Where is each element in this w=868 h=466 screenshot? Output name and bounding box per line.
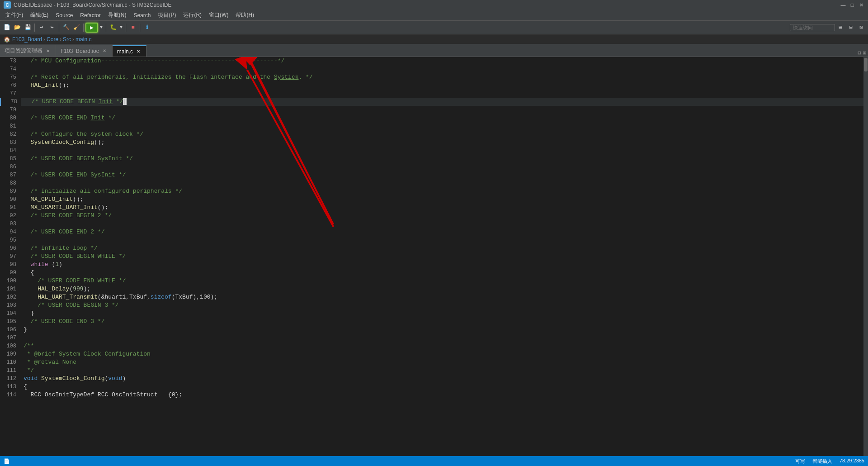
status-writable: 可写 <box>795 458 805 465</box>
toolbar-open-btn[interactable]: 📂 <box>12 23 22 33</box>
line-number-103: 103 <box>0 301 20 309</box>
line-content-93[interactable] <box>20 220 863 228</box>
breadcrumb-home-icon: 🏠 <box>4 36 10 43</box>
tab-mainc[interactable]: main.c ✕ <box>113 45 146 57</box>
line-content-83[interactable]: SystemClock_Config(); <box>20 138 863 147</box>
breadcrumb-part4[interactable]: main.c <box>75 36 91 43</box>
line-number-87: 87 <box>0 171 20 179</box>
line-content-76[interactable]: HAL_Init(); <box>20 81 863 90</box>
line-number-107: 107 <box>0 334 20 342</box>
line-content-104[interactable]: } <box>20 309 863 318</box>
toolbar-info-btn[interactable]: ℹ <box>142 23 152 33</box>
line-content-96[interactable]: /* Infinite loop */ <box>20 244 863 252</box>
menu-item-r[interactable]: 运行(R) <box>179 10 205 20</box>
line-content-103[interactable]: /* USER CODE BEGIN 3 */ <box>20 301 863 309</box>
line-content-73[interactable]: /* MCU Configuration--------------------… <box>20 57 863 65</box>
line-content-98[interactable]: while (1) <box>20 261 863 269</box>
run-button[interactable]: ▶ <box>85 23 98 33</box>
breadcrumb-part1[interactable]: F103_Board <box>12 36 42 43</box>
toolbar-layout-btn2[interactable]: ⊟ <box>846 23 856 33</box>
tab-ioc-close[interactable]: ✕ <box>101 48 108 54</box>
line-content-85[interactable]: /* USER CODE BEGIN SysInit */ <box>20 155 863 163</box>
code-line-86: 86 <box>0 163 863 171</box>
menu-item-f[interactable]: 文件(F) <box>2 10 27 20</box>
line-content-97[interactable]: /* USER CODE BEGIN WHILE */ <box>20 252 863 261</box>
line-content-94[interactable]: /* USER CODE END 2 */ <box>20 228 863 236</box>
toolbar-build-btn[interactable]: 🔨 <box>61 23 71 33</box>
tab-mainc-close[interactable]: ✕ <box>135 48 142 55</box>
menu-item-p[interactable]: 项目(P) <box>154 10 179 20</box>
toolbar-save-btn[interactable]: 💾 <box>23 23 33 33</box>
tab-mainc-label: main.c <box>117 48 133 55</box>
line-content-77[interactable] <box>20 90 863 98</box>
line-content-91[interactable]: MX_USART1_UART_Init(); <box>20 204 863 212</box>
line-content-102[interactable]: HAL_UART_Transmit(&huart1,TxBuf,sizeof(T… <box>20 293 863 301</box>
line-content-78[interactable]: /* USER CODE BEGIN Init */| <box>21 98 863 106</box>
toolbar-redo-btn[interactable]: ↪ <box>47 23 57 33</box>
tab-maximize-icon[interactable]: ⊞ <box>863 50 866 57</box>
line-content-81[interactable] <box>20 122 863 130</box>
menu-item-source[interactable]: Source <box>52 10 76 20</box>
code-editor[interactable]: 73 /* MCU Configuration-----------------… <box>0 57 863 456</box>
line-content-89[interactable]: /* Initialize all configured peripherals… <box>20 187 863 195</box>
toolbar-layout-btn1[interactable]: ⊞ <box>835 23 845 33</box>
toolbar-new-btn[interactable]: 📄 <box>2 23 12 33</box>
toolbar-run-dropdown[interactable]: ▼ <box>99 23 104 33</box>
line-content-105[interactable]: /* USER CODE END 3 */ <box>20 318 863 326</box>
line-content-110[interactable]: * @retval None <box>20 358 863 366</box>
menu-item-search[interactable]: Search <box>130 10 154 20</box>
status-insert: 智能插入 <box>812 458 832 465</box>
line-number-79: 79 <box>0 106 20 114</box>
toolbar-clean-btn[interactable]: 🧹 <box>71 23 81 33</box>
line-content-108[interactable]: /** <box>20 342 863 350</box>
toolbar-layout-btn3[interactable]: ⊠ <box>856 23 866 33</box>
line-number-112: 112 <box>0 375 20 383</box>
toolbar-undo-btn[interactable]: ↩ <box>37 23 47 33</box>
quick-access-input[interactable] <box>790 24 835 31</box>
line-content-87[interactable]: /* USER CODE END SysInit */ <box>20 171 863 179</box>
line-content-101[interactable]: HAL_Delay(999); <box>20 285 863 293</box>
tab-project-explorer-close[interactable]: ✕ <box>45 48 51 54</box>
line-content-74[interactable] <box>20 65 863 73</box>
line-content-106[interactable]: } <box>20 326 863 334</box>
tab-minimize-icon[interactable]: ⊟ <box>858 50 861 57</box>
code-line-75: 75 /* Reset of all peripherals, Initiali… <box>0 73 863 81</box>
code-line-100: 100 /* USER CODE END WHILE */ <box>0 277 863 285</box>
line-content-99[interactable]: { <box>20 269 863 277</box>
minimize-button[interactable]: — <box>840 2 846 8</box>
line-content-112[interactable]: void SystemClock_Config(void) <box>20 375 863 383</box>
line-content-111[interactable]: */ <box>20 366 863 375</box>
line-content-100[interactable]: /* USER CODE END WHILE */ <box>20 277 863 285</box>
line-content-114[interactable]: RCC_OscInitTypeDef RCC_OscInitStruct {0}… <box>20 391 863 399</box>
line-content-95[interactable] <box>20 236 863 244</box>
tab-project-explorer[interactable]: 项目资源管理器 ✕ <box>0 45 56 57</box>
line-content-86[interactable] <box>20 163 863 171</box>
breadcrumb-sep2: › <box>60 36 61 43</box>
line-content-75[interactable]: /* Reset of all peripherals, Initializes… <box>20 73 863 81</box>
menu-item-h[interactable]: 帮助(H) <box>232 10 258 20</box>
line-content-113[interactable]: { <box>20 383 863 391</box>
line-content-79[interactable] <box>20 106 863 114</box>
maximize-button[interactable]: □ <box>849 2 855 8</box>
menu-item-e[interactable]: 编辑(E) <box>27 10 52 20</box>
toolbar-debug-btn[interactable]: 🐛 <box>108 23 118 33</box>
toolbar-debug-dropdown[interactable]: ▼ <box>118 23 124 33</box>
line-content-90[interactable]: MX_GPIO_Init(); <box>20 195 863 204</box>
breadcrumb-part2[interactable]: Core <box>47 36 58 43</box>
line-content-109[interactable]: * @brief System Clock Configuration <box>20 350 863 358</box>
breadcrumb-part3[interactable]: Src <box>63 36 71 43</box>
menu-item-refactor[interactable]: Refactor <box>76 10 104 20</box>
line-number-90: 90 <box>0 195 20 204</box>
line-content-88[interactable] <box>20 179 863 187</box>
line-content-82[interactable]: /* Configure the system clock */ <box>20 130 863 138</box>
close-button[interactable]: ✕ <box>858 2 864 8</box>
line-content-80[interactable]: /* USER CODE END Init */ <box>20 114 863 122</box>
vertical-scrollbar[interactable] <box>863 57 868 456</box>
line-content-84[interactable] <box>20 147 863 155</box>
toolbar-stop-btn[interactable]: ■ <box>128 23 138 33</box>
menu-item-n[interactable]: 导航(N) <box>104 10 130 20</box>
tab-ioc[interactable]: F103_Board.ioc ✕ <box>56 45 113 57</box>
menu-item-w[interactable]: 窗口(W) <box>205 10 232 20</box>
line-content-107[interactable] <box>20 334 863 342</box>
line-content-92[interactable]: /* USER CODE BEGIN 2 */ <box>20 212 863 220</box>
